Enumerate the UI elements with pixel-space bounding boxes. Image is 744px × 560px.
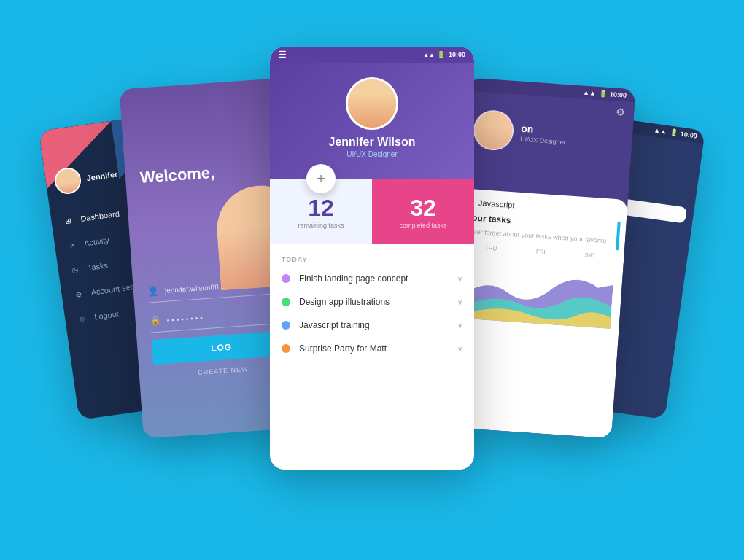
lock-icon: 🔒 xyxy=(150,315,161,326)
profile-name: Jennifer Wilson xyxy=(329,136,416,149)
status-bar: ☰ ▲▲ 🔋 10:00 xyxy=(270,47,474,63)
task-text-1: Finish landing page concept xyxy=(299,273,449,284)
logout-icon: ⎋ xyxy=(77,313,88,324)
user-icon: 👤 xyxy=(147,286,159,297)
profile-info-right: on UI/UX Designer xyxy=(520,122,567,145)
task-item-1[interactable]: Finish landing page concept ∨ xyxy=(282,273,462,284)
profile-avatar xyxy=(346,77,398,130)
js-label: Javascript xyxy=(478,198,515,209)
avatar-right xyxy=(472,109,515,152)
chevron-icon-3: ∨ xyxy=(457,322,462,330)
task-text-3: Javascript training xyxy=(299,320,449,330)
nav-logout-label: Logout xyxy=(94,309,120,322)
email-field[interactable]: 👤 jennifer.wilson88... xyxy=(147,271,287,303)
task-dot-4 xyxy=(282,344,290,353)
dashboard-icon: ⊞ xyxy=(63,215,74,227)
day-thu: THU xyxy=(484,244,497,252)
fab-button[interactable]: + xyxy=(306,164,336,193)
task-item-2[interactable]: Design app illustrations ∨ xyxy=(282,297,462,307)
nav-activity-label: Activity xyxy=(83,236,109,248)
welcome-text: Welcome, xyxy=(139,163,215,187)
profile-section: Jennifer Wilson UI/UX Designer xyxy=(282,71,462,164)
stats-row: + 12 remaining tasks 32 completed tasks xyxy=(270,179,474,244)
completed-label: completed tasks xyxy=(399,222,446,229)
status-icons: ▲▲ 🔋 10:00 xyxy=(423,51,465,58)
today-label: TODAY xyxy=(282,256,462,263)
signal-icon-right: ▲▲ xyxy=(583,89,596,97)
profile-sub-right: UI/UX Designer xyxy=(520,135,566,145)
nav-dashboard-label: Dashboard xyxy=(80,209,120,223)
day-sat: SAT xyxy=(584,252,596,259)
nav-tasks-label: Tasks xyxy=(87,261,109,273)
email-value: jennifer.wilson88... xyxy=(165,282,225,295)
task-dot-3 xyxy=(282,321,290,330)
chevron-icon-1: ∨ xyxy=(457,275,462,283)
task-text-2: Design app illustrations xyxy=(299,297,449,307)
completed-number: 32 xyxy=(410,195,436,222)
account-icon: ⚙ xyxy=(73,289,85,300)
scene: Jennifer ⊞ Dashboard ↗ Activity ◷ Tasks … xyxy=(58,32,686,528)
activity-icon: ↗ xyxy=(66,239,77,251)
chevron-icon-4: ∨ xyxy=(457,345,462,353)
today-section: TODAY Finish landing page concept ∨ Desi… xyxy=(270,244,474,378)
task-item-4[interactable]: Surprise Party for Matt ∨ xyxy=(282,343,462,354)
password-dots: •••••••• xyxy=(166,314,205,324)
tasks-icon: ◷ xyxy=(69,264,81,276)
avatar xyxy=(53,166,83,196)
profile-title: UI/UX Designer xyxy=(346,150,397,158)
signal-icon: ▲▲ xyxy=(423,52,435,58)
completed-tasks-box: 32 completed tasks xyxy=(372,179,474,244)
center-phone: ☰ ▲▲ 🔋 10:00 Jennifer Wilson UI/UX Desig… xyxy=(270,47,474,470)
profile-name-right: on xyxy=(521,122,567,136)
signal-far-right: ▲▲ xyxy=(654,126,667,135)
task-dot-1 xyxy=(282,274,290,283)
profile-header: Jennifer Wilson UI/UX Designer xyxy=(270,63,474,179)
task-dot-2 xyxy=(282,298,290,306)
task-item-3[interactable]: Javascript training ∨ xyxy=(282,320,462,330)
day-fri: FRI xyxy=(536,248,546,255)
remaining-number: 12 xyxy=(308,195,334,222)
time-display: 10:00 xyxy=(449,51,465,58)
user-name: Jennifer xyxy=(86,169,118,182)
wave-chart xyxy=(460,252,615,328)
remaining-tasks-box: + 12 remaining tasks xyxy=(270,179,372,244)
password-field[interactable]: 🔒 •••••••• xyxy=(150,300,290,332)
profile-header-right: ⚙ on UI/UX Designer xyxy=(463,91,635,168)
hamburger-menu[interactable]: ☰ xyxy=(279,50,287,60)
time-far-right: 10:00 xyxy=(680,131,697,140)
task-text-4: Surprise Party for Matt xyxy=(299,343,449,354)
battery-far-right: 🔋 xyxy=(669,128,678,136)
chevron-icon-2: ∨ xyxy=(457,298,462,306)
time-right: 10:00 xyxy=(610,90,627,99)
battery-icon-right: 🔋 xyxy=(599,90,608,98)
remaining-label: remaining tasks xyxy=(298,222,344,229)
battery-icon: 🔋 xyxy=(437,51,445,58)
